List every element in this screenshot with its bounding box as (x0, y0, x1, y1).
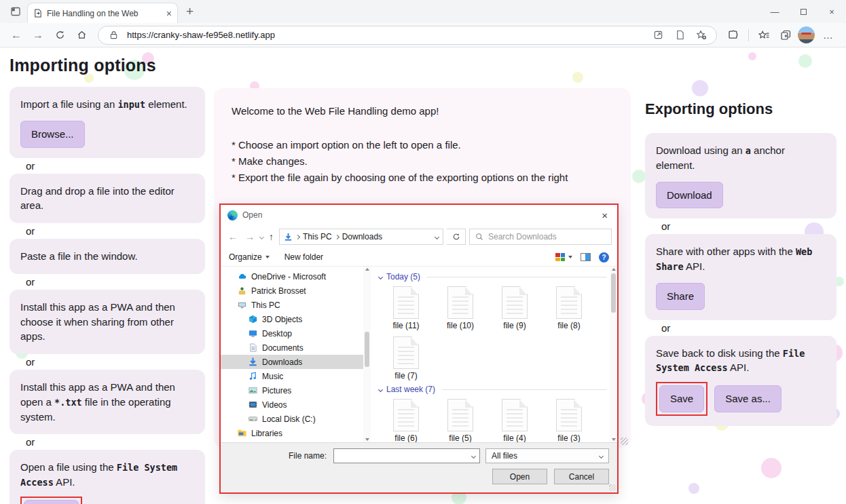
reload-button[interactable] (50, 26, 69, 45)
file-tile[interactable]: file (7) (379, 333, 433, 383)
file-icon (393, 286, 419, 319)
sidebar-item-local-disk[interactable]: Local Disk (C:) (221, 412, 363, 426)
dialog-history-chevron-icon[interactable] (259, 234, 264, 239)
sidebar-item-desktop[interactable]: Desktop (221, 326, 363, 341)
tab-close-icon[interactable]: × (166, 9, 172, 18)
dialog-forward-icon[interactable]: → (243, 231, 257, 242)
forward-button[interactable]: → (29, 26, 48, 45)
browser-tab[interactable]: File Handling on the Web × (27, 3, 178, 23)
file-name-combobox[interactable] (333, 448, 480, 463)
file-tile[interactable]: file (10) (433, 283, 488, 333)
file-name-input[interactable] (338, 451, 472, 461)
sidebar-item-libraries[interactable]: Libraries (221, 426, 363, 440)
maximize-button[interactable] (789, 7, 817, 17)
browser-toolbar: ← → https://cranky-shaw-fe95e8.netlify.a… (0, 23, 846, 47)
page-icon[interactable] (672, 27, 688, 43)
chevron-right-icon (295, 234, 300, 239)
sidebar-item-user[interactable]: Patrick Brosset (221, 284, 363, 298)
lock-icon[interactable] (105, 27, 122, 43)
dialog-search-box[interactable] (469, 229, 612, 245)
file-tile[interactable]: file (5) (433, 395, 488, 442)
dialog-close-icon[interactable]: × (599, 210, 610, 221)
scroll-down-icon[interactable] (612, 438, 616, 441)
exporting-heading: Exporting options (645, 100, 773, 118)
sidebar-item-music[interactable]: Music (221, 369, 363, 383)
decor-dot (572, 72, 583, 83)
scrollbar-thumb[interactable] (611, 273, 616, 313)
breadcrumb-dropdown-icon[interactable] (435, 234, 439, 239)
export-card-download: Download using an a anchor element. Down… (645, 133, 836, 218)
dialog-back-icon[interactable]: ← (226, 231, 240, 242)
minimize-button[interactable]: — (760, 7, 789, 17)
dialog-breadcrumb[interactable]: This PC Downloads (279, 229, 443, 245)
breadcrumb-downloads[interactable]: Downloads (342, 232, 382, 241)
browser-menu-icon[interactable]: … (817, 29, 839, 41)
help-icon[interactable]: ? (599, 252, 609, 263)
back-button[interactable]: ← (7, 26, 26, 45)
close-button[interactable]: × (817, 7, 846, 17)
new-folder-button[interactable]: New folder (284, 252, 323, 262)
sidebar-item-downloads[interactable]: Downloads (221, 355, 363, 369)
tab-strip: File Handling on the Web × + — × (0, 0, 846, 23)
breadcrumb-this-pc[interactable]: This PC (303, 232, 332, 241)
sidebar-item-3d-objects[interactable]: 3D Objects (221, 312, 363, 326)
preview-pane-icon[interactable] (581, 253, 591, 261)
dialog-refresh-button[interactable] (447, 229, 466, 245)
scrollbar-thumb[interactable] (365, 332, 369, 367)
file-tile[interactable]: file (11) (379, 283, 433, 333)
dialog-titlebar[interactable]: Open × (221, 205, 617, 225)
view-options-button[interactable] (555, 253, 572, 261)
new-tab-button[interactable]: + (186, 5, 194, 18)
extensions-icon[interactable] (724, 26, 743, 45)
import-card-input-text: Import a file using an input element. (20, 97, 194, 112)
editor-resize-handle[interactable] (621, 438, 628, 445)
folder-icon (237, 428, 247, 438)
save-as-button[interactable]: Save as... (714, 385, 781, 412)
profile-avatar[interactable] (798, 26, 815, 43)
organize-menu[interactable]: Organize (229, 252, 270, 262)
file-tile[interactable]: file (3) (542, 395, 596, 442)
caret-down-icon (265, 256, 270, 258)
sidebar-scrollbar[interactable] (363, 267, 371, 442)
url-text[interactable]: https://cranky-shaw-fe95e8.netlify.app (127, 30, 644, 40)
dialog-resize-handle[interactable] (609, 484, 616, 491)
file-tile[interactable]: file (9) (488, 283, 542, 333)
file-tile[interactable]: file (4) (488, 395, 542, 442)
dialog-open-button[interactable]: Open (492, 469, 547, 484)
browse-button[interactable]: Browse... (20, 121, 85, 148)
tab-actions-icon[interactable] (7, 3, 24, 20)
home-button[interactable] (72, 26, 91, 45)
file-list-scrollbar[interactable] (610, 267, 617, 442)
music-icon (248, 371, 258, 381)
add-favorite-icon[interactable] (693, 27, 710, 43)
collections-icon[interactable] (776, 26, 795, 45)
favorites-icon[interactable] (754, 26, 773, 45)
sidebar-item-documents[interactable]: Documents (221, 341, 363, 355)
scroll-up-icon[interactable] (365, 268, 369, 271)
file-tile[interactable]: file (8) (542, 283, 596, 333)
dialog-cancel-button[interactable]: Cancel (554, 469, 609, 484)
sidebar-item-videos[interactable]: Videos (221, 398, 363, 412)
address-bar[interactable]: https://cranky-shaw-fe95e8.netlify.app (98, 26, 717, 45)
group-header-today[interactable]: Today (5) (379, 271, 607, 283)
dialog-up-icon[interactable]: ↑ (267, 231, 276, 242)
file-tile[interactable]: file (6) (379, 395, 433, 442)
sidebar-item-pictures[interactable]: Pictures (221, 383, 363, 398)
share-button[interactable]: Share (656, 283, 705, 310)
decor-dot (798, 54, 812, 68)
dialog-search-input[interactable] (488, 232, 606, 241)
scroll-up-icon[interactable] (612, 268, 616, 271)
open-file-button[interactable]: Open... (24, 500, 79, 504)
download-button[interactable]: Download (656, 182, 723, 209)
decor-dot (748, 52, 756, 60)
sidebar-item-this-pc[interactable]: This PC (221, 298, 363, 312)
dialog-title: Open (242, 210, 594, 220)
import-card-input: Import a file using an input element. Br… (10, 87, 205, 158)
share-icon[interactable] (650, 27, 666, 43)
sidebar-item-onedrive[interactable]: OneDrive - Microsoft (221, 269, 363, 284)
export-card-share: Share with other apps with the Web Share… (645, 234, 836, 319)
save-button[interactable]: Save (659, 385, 704, 412)
file-type-select[interactable]: All files (485, 448, 609, 463)
scroll-down-icon[interactable] (365, 438, 369, 441)
group-header-last-week[interactable]: Last week (7) (379, 383, 607, 395)
